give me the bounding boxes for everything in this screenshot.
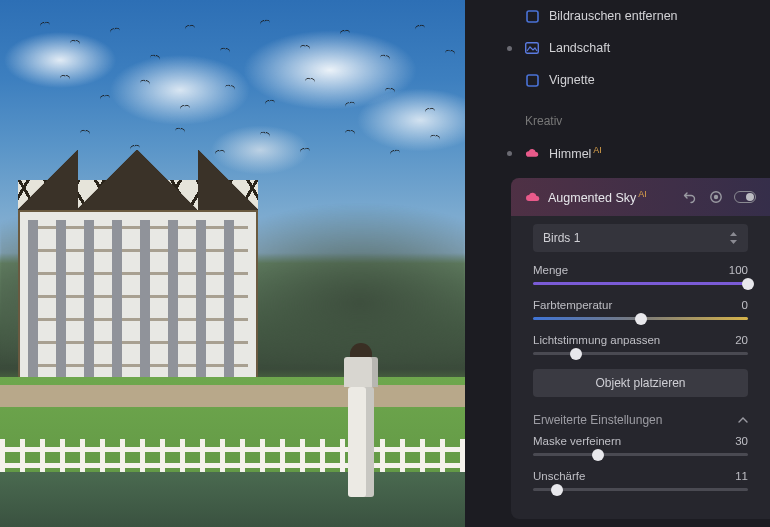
advanced-settings-header[interactable]: Erweiterte Einstellungen [511,397,770,435]
tool-sky[interactable]: HimmelAI [465,136,770,170]
slider-value: 11 [735,470,748,482]
chevron-up-icon [738,417,748,423]
slider-track[interactable] [533,488,748,491]
tool-label: HimmelAI [549,145,602,161]
pond [0,472,465,527]
svg-point-4 [714,195,718,199]
tool-label: Bildrauschen entfernen [549,9,678,23]
slider-thumb[interactable] [592,449,604,461]
slider-thumb[interactable] [635,313,647,325]
slider-label: Unschärfe [533,470,585,482]
slider-thumb[interactable] [570,348,582,360]
undo-icon[interactable] [682,189,698,205]
visibility-toggle[interactable] [734,191,756,203]
edit-sidebar: Bildrauschen entfernen Landschaft Vignet… [465,0,770,527]
slider-label: Maske verfeinern [533,435,621,447]
panel-header[interactable]: Augmented SkyAI [511,178,770,216]
section-creative-header: Kreativ [465,96,770,136]
image-canvas[interactable] [0,0,465,527]
svg-rect-1 [526,43,539,54]
lighthouse [342,342,380,497]
slider-color-temp[interactable]: Farbtemperatur 0 [533,299,748,320]
slider-amount[interactable]: Menge 100 [533,264,748,285]
augmented-sky-panel: Augmented SkyAI Birds 1 [511,178,770,519]
slider-label: Menge [533,264,568,276]
square-icon [525,73,539,87]
slider-track[interactable] [533,282,748,285]
svg-rect-0 [527,11,538,22]
cloud-icon [525,146,539,160]
tool-noise-removal[interactable]: Bildrauschen entfernen [465,0,770,32]
tool-label: Vignette [549,73,595,87]
slider-track[interactable] [533,453,748,456]
active-dot-icon [507,151,512,156]
slider-thumb[interactable] [551,484,563,496]
place-object-button[interactable]: Objekt platzieren [533,369,748,397]
slider-value: 20 [735,334,748,346]
path [0,385,465,407]
advanced-title: Erweiterte Einstellungen [533,413,662,427]
slider-track[interactable] [533,352,748,355]
slider-value: 100 [729,264,748,276]
preset-selector[interactable]: Birds 1 [533,224,748,252]
slider-blur[interactable]: Unschärfe 11 [533,470,748,491]
mask-icon[interactable] [708,189,724,205]
slider-thumb[interactable] [742,278,754,290]
image-icon [525,41,539,55]
slider-value: 0 [742,299,748,311]
cloud-icon [525,192,540,202]
panel-title: Augmented SkyAI [548,189,647,205]
updown-icon [729,232,738,244]
slider-relight[interactable]: Lichtstimmung anpassen 20 [533,334,748,355]
slider-track[interactable] [533,317,748,320]
tool-label: Landschaft [549,41,610,55]
tool-vignette[interactable]: Vignette [465,64,770,96]
preset-name: Birds 1 [543,231,580,245]
slider-label: Lichtstimmung anpassen [533,334,660,346]
square-icon [525,9,539,23]
slider-refine-mask[interactable]: Maske verfeinern 30 [533,435,748,456]
slider-value: 30 [735,435,748,447]
active-dot-icon [507,46,512,51]
svg-rect-2 [527,75,538,86]
slider-label: Farbtemperatur [533,299,612,311]
tool-landscape[interactable]: Landschaft [465,32,770,64]
